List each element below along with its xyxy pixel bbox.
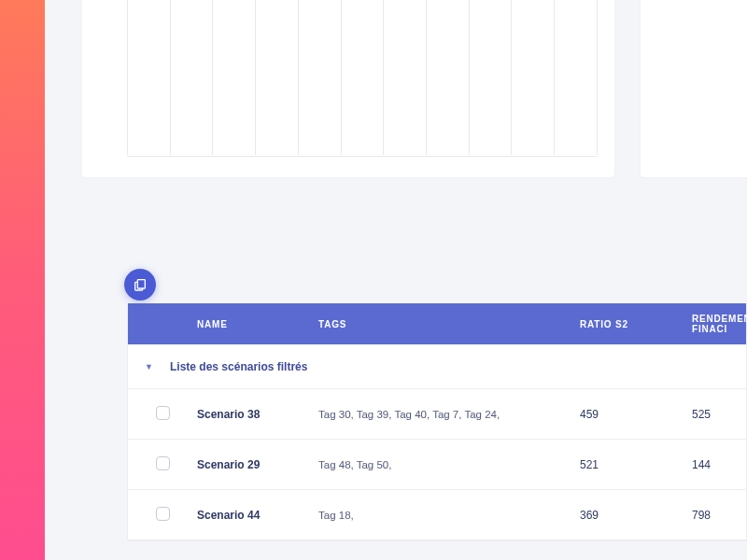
chart-card-main (82, 0, 614, 177)
column-header-name[interactable]: NAME (197, 319, 318, 329)
column-header-tags[interactable]: TAGS (318, 319, 580, 329)
chart-axis-line (127, 156, 598, 157)
row-ratio: 369 (580, 509, 692, 522)
group-row[interactable]: ▼ Liste des scénarios filtrés (128, 344, 746, 389)
gridline (255, 0, 256, 155)
checkbox[interactable] (156, 507, 170, 521)
gridline (383, 0, 384, 155)
caret-down-icon: ▼ (128, 362, 170, 371)
checkbox[interactable] (156, 406, 170, 420)
gridline (127, 0, 128, 155)
row-checkbox-cell (128, 406, 197, 423)
row-ratio: 459 (580, 408, 692, 421)
sidebar-gradient (0, 0, 45, 560)
row-ratio: 521 (580, 458, 692, 471)
gridline (212, 0, 213, 155)
gridline (298, 0, 299, 155)
gridline (426, 0, 427, 155)
chart-gridlines (82, 0, 614, 177)
gridline (511, 0, 512, 155)
row-checkbox-cell (128, 456, 197, 473)
gridline (554, 0, 555, 155)
row-name: Scenario 44 (197, 509, 318, 522)
row-rendement: 144 (692, 458, 746, 471)
scenarios-table: NAME TAGS RATIO S2 RENDEMENT FINACI ▼ Li… (127, 303, 747, 541)
chart-card-secondary (641, 0, 747, 177)
row-name: Scenario 38 (197, 408, 318, 421)
row-checkbox-cell (128, 507, 197, 524)
row-rendement: 525 (692, 408, 746, 421)
gridline (341, 0, 342, 155)
row-rendement: 798 (692, 509, 746, 522)
row-tags: Tag 30, Tag 39, Tag 40, Tag 7, Tag 24, (318, 409, 580, 420)
gridline (170, 0, 171, 155)
table-row[interactable]: Scenario 44 Tag 18, 369 798 (128, 490, 746, 540)
content-area: NAME TAGS RATIO S2 RENDEMENT FINACI ▼ Li… (45, 0, 747, 560)
table-row[interactable]: Scenario 29 Tag 48, Tag 50, 521 144 (128, 440, 746, 490)
row-tags: Tag 48, Tag 50, (318, 459, 580, 470)
column-header-ratio[interactable]: RATIO S2 (580, 319, 692, 329)
column-header-rendement[interactable]: RENDEMENT FINACI (692, 314, 746, 334)
clipboard-icon[interactable] (124, 269, 156, 301)
svg-rect-0 (137, 280, 145, 288)
row-name: Scenario 29 (197, 458, 318, 471)
table-header-row: NAME TAGS RATIO S2 RENDEMENT FINACI (128, 303, 746, 344)
table-row[interactable]: Scenario 38 Tag 30, Tag 39, Tag 40, Tag … (128, 389, 746, 440)
row-tags: Tag 18, (318, 510, 580, 521)
group-label: Liste des scénarios filtrés (170, 360, 307, 373)
gridline (469, 0, 470, 155)
gridline (597, 0, 598, 155)
checkbox[interactable] (156, 456, 170, 470)
